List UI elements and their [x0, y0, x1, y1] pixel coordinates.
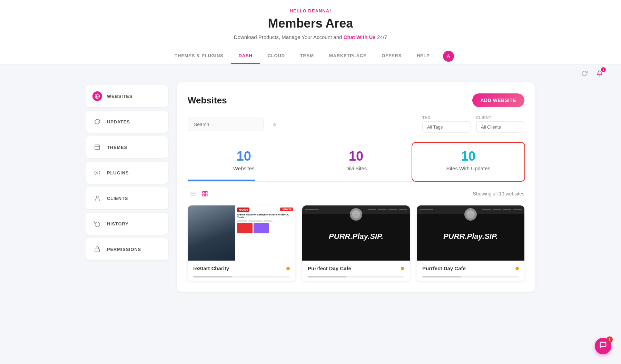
sidebar-label-websites: WEBSITES — [107, 94, 132, 99]
sidebar-item-themes[interactable]: THEMES — [86, 136, 168, 158]
list-view-icon[interactable] — [188, 189, 197, 199]
themes-icon — [92, 142, 102, 152]
updates-label: Sites With Updates — [418, 165, 519, 171]
nav-item-cloud[interactable]: CLOUD — [260, 48, 293, 64]
status-dot-restart — [286, 267, 290, 270]
globe-icon — [92, 91, 102, 101]
sidebar-label-permissions: PERMISSIONS — [107, 247, 141, 252]
showing-text: Showing all 10 websites — [473, 191, 524, 196]
main-layout: WEBSITES UPDATES THEMES PLUGINS CLIENTS — [69, 82, 552, 306]
greeting: HELLO DEANNA! — [0, 8, 621, 13]
stats-row: 10 Websites 10 Divi Sites 10 Sites With … — [188, 143, 524, 182]
sidebar-label-plugins: PLUGINS — [107, 170, 129, 175]
svg-rect-12 — [206, 194, 207, 196]
card-footer-restart: reStart Charity — [188, 261, 295, 276]
client-filter-select[interactable]: All Clients — [476, 121, 524, 133]
websites-bar — [188, 180, 255, 181]
sidebar-label-updates: UPDATES — [107, 119, 130, 124]
nav-item-dash[interactable]: DASH — [231, 48, 260, 64]
subtitle-prefix: Download Products, Manage Your Account a… — [234, 34, 342, 40]
card-thumbnail-purrfect-1: PURR.Play.SIP. — [302, 205, 410, 261]
chat-with-us-link[interactable]: Chat With Us — [344, 34, 376, 40]
page-title: Members Area — [0, 16, 621, 31]
sidebar-label-history: HISTORY — [107, 221, 129, 226]
sidebar-label-themes: THEMES — [107, 145, 127, 150]
update-tag: UPDATE — [280, 208, 293, 211]
websites-count: 10 — [193, 150, 294, 163]
purr-logo-2: PURR.Play.SIP. — [443, 232, 498, 241]
sidebar-item-permissions[interactable]: PERMISSIONS — [86, 238, 168, 260]
tag-filter-select[interactable]: All Tags — [422, 121, 471, 133]
website-name-restart: reStart Charity — [193, 265, 229, 271]
view-icons — [188, 189, 210, 199]
sidebar-item-plugins[interactable]: PLUGINS — [86, 162, 168, 184]
clients-icon — [92, 193, 102, 203]
svg-rect-5 — [95, 249, 100, 252]
filters-row: ★ TAG All Tags CLIENT All Clients — [188, 115, 524, 133]
content-header: Websites ADD WEBSITE — [188, 93, 524, 107]
divi-sites-stat-card[interactable]: 10 Divi Sites — [300, 143, 412, 181]
favorite-star-icon[interactable]: ★ — [272, 121, 277, 128]
websites-stat-card[interactable]: 10 Websites — [188, 143, 300, 181]
content-title: Websites — [188, 95, 227, 106]
svg-rect-9 — [203, 191, 204, 193]
website-name-purrfect-1: Purrfect Day Cafe — [308, 265, 351, 271]
status-dot-purrfect-1 — [401, 267, 404, 270]
search-input[interactable] — [188, 118, 264, 131]
website-card-purrfect-2[interactable]: PURR.Play.SIP. Purrfect Day Cafe — [417, 205, 524, 281]
client-filter-label: CLIENT — [476, 115, 524, 120]
updates-count: 10 — [418, 150, 519, 163]
notification-icon[interactable]: 1 — [595, 69, 604, 78]
grid-view-icon[interactable] — [200, 189, 210, 199]
sidebar-item-updates[interactable]: UPDATES — [86, 111, 168, 133]
nav-item-themes-plugins[interactable]: THEMES & PLUGINS — [167, 48, 231, 64]
tag-filter-label: TAG — [422, 115, 471, 120]
main-nav: THEMES & PLUGINS DASH CLOUD TEAM MARKETP… — [0, 48, 621, 64]
card-thumbnail-purrfect-2: PURR.Play.SIP. — [417, 205, 524, 261]
refresh-icon[interactable] — [580, 69, 589, 78]
nav-item-team[interactable]: TEAM — [293, 48, 322, 64]
divi-sites-label: Divi Sites — [305, 165, 406, 171]
sidebar-label-clients: CLIENTS — [107, 196, 128, 201]
avatar[interactable]: A — [443, 51, 454, 62]
content-area: Websites ADD WEBSITE ★ TAG All Tags CLIE… — [177, 82, 535, 292]
website-card-restart[interactable]: reStart A Bold Vision for a Brighter Fut… — [188, 205, 295, 281]
notification-badge: 1 — [601, 67, 606, 72]
svg-point-4 — [96, 196, 98, 198]
sidebar-item-history[interactable]: HISTORY — [86, 213, 168, 235]
toolbar: 1 — [0, 64, 621, 82]
websites-grid: reStart A Bold Vision for a Brighter Fut… — [188, 205, 524, 281]
card-thumbnail-restart: reStart A Bold Vision for a Brighter Fut… — [188, 205, 295, 261]
subtitle-suffix: 24/7 — [377, 34, 387, 40]
sidebar-item-websites[interactable]: WEBSITES — [86, 85, 168, 107]
card-progress-bar-restart — [193, 276, 290, 277]
divi-sites-count: 10 — [305, 150, 406, 163]
permissions-icon — [92, 244, 102, 254]
updates-icon — [92, 117, 102, 127]
svg-rect-10 — [206, 191, 207, 193]
card-footer-purrfect-2: Purrfect Day Cafe — [417, 261, 524, 276]
add-website-button[interactable]: ADD WEBSITE — [472, 93, 525, 107]
header: HELLO DEANNA! Members Area Download Prod… — [0, 0, 621, 64]
svg-rect-2 — [95, 145, 100, 150]
websites-label: Websites — [193, 165, 294, 171]
sidebar-item-clients[interactable]: CLIENTS — [86, 187, 168, 209]
history-icon — [92, 219, 102, 229]
card-progress-bar-purrfect-2 — [422, 276, 519, 277]
website-card-purrfect-1[interactable]: PURR.Play.SIP. Purrfect Day Cafe — [302, 205, 410, 281]
website-name-purrfect-2: Purrfect Day Cafe — [422, 265, 466, 271]
sidebar: WEBSITES UPDATES THEMES PLUGINS CLIENTS — [86, 82, 168, 292]
client-filter-group: CLIENT All Clients — [476, 115, 524, 133]
card-footer-purrfect-1: Purrfect Day Cafe — [302, 261, 410, 276]
subtitle: Download Products, Manage Your Account a… — [0, 34, 621, 40]
nav-item-offers[interactable]: OFFERS — [374, 48, 409, 64]
card-progress-bar-purrfect-1 — [308, 276, 404, 277]
updates-stat-card[interactable]: 10 Sites With Updates — [412, 142, 525, 182]
svg-rect-11 — [203, 194, 204, 196]
nav-item-help[interactable]: HELP — [409, 48, 437, 64]
svg-point-3 — [97, 172, 98, 174]
tag-filter-group: TAG All Tags — [422, 115, 471, 133]
status-dot-purrfect-2 — [515, 267, 519, 270]
nav-item-marketplace[interactable]: MARKETPLACE — [322, 48, 374, 64]
plugins-icon — [92, 168, 102, 178]
